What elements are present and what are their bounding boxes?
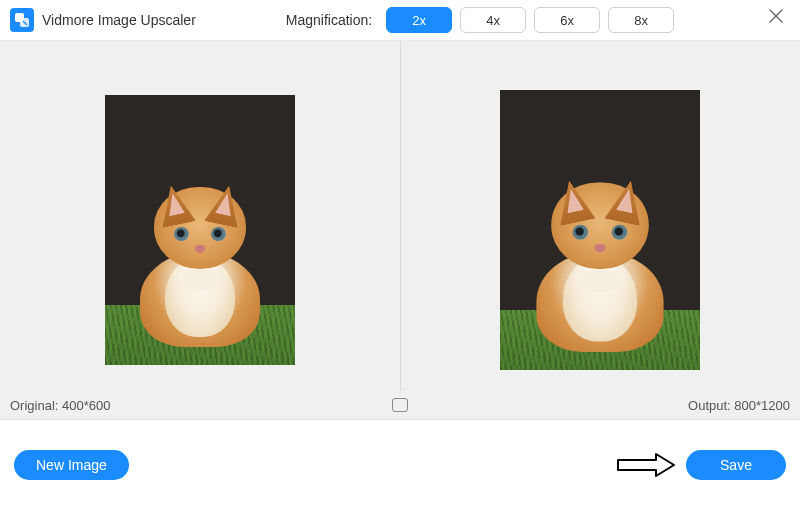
new-image-button[interactable]: New Image	[14, 450, 129, 480]
footer-bar: New Image Save	[0, 420, 800, 509]
original-dimensions: Original: 400*600	[10, 398, 111, 413]
original-panel	[0, 41, 401, 419]
logo-icon	[10, 8, 34, 32]
arrow-right-icon	[616, 452, 676, 478]
output-label: Output:	[688, 398, 731, 413]
app-title: Vidmore Image Upscaler	[42, 12, 196, 28]
close-button[interactable]	[764, 4, 788, 28]
output-panel	[401, 41, 801, 419]
magnification-4x-button[interactable]: 4x	[460, 7, 526, 33]
output-dimensions: Output: 800*1200	[688, 398, 790, 413]
close-icon	[768, 8, 784, 24]
original-image	[105, 95, 295, 365]
magnification-2x-button[interactable]: 2x	[386, 7, 452, 33]
output-value: 800*1200	[734, 398, 790, 413]
magnification-group: Magnification: 2x 4x 6x 8x	[286, 7, 674, 33]
magnification-6x-button[interactable]: 6x	[534, 7, 600, 33]
info-bar: Original: 400*600 Output: 800*1200	[0, 391, 800, 419]
magnification-8x-button[interactable]: 8x	[608, 7, 674, 33]
compare-toggle-icon[interactable]	[392, 398, 408, 412]
original-label: Original:	[10, 398, 58, 413]
original-value: 400*600	[62, 398, 110, 413]
header-bar: Vidmore Image Upscaler Magnification: 2x…	[0, 0, 800, 40]
output-image	[500, 90, 700, 370]
compare-area: Original: 400*600 Output: 800*1200	[0, 40, 800, 420]
magnification-label: Magnification:	[286, 12, 372, 28]
save-button[interactable]: Save	[686, 450, 786, 480]
